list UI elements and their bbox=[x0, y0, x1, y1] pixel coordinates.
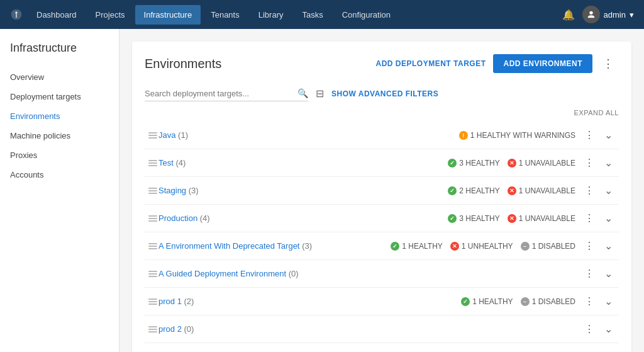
expand-all-button[interactable]: EXPAND ALL bbox=[574, 109, 619, 116]
env-count: (0) bbox=[289, 269, 299, 278]
status-label: 1 HEALTHY WITH WARNINGS bbox=[470, 131, 575, 140]
sidebar-item-environments[interactable]: Environments bbox=[0, 106, 119, 126]
nav-tasks[interactable]: Tasks bbox=[293, 5, 331, 25]
username-label: admin bbox=[604, 10, 626, 20]
add-environment-button[interactable]: ADD ENVIRONMENT bbox=[493, 54, 592, 73]
nav-projects[interactable]: Projects bbox=[87, 5, 134, 25]
row-expand-button[interactable]: ⌄ bbox=[601, 294, 616, 309]
env-link[interactable]: Java bbox=[158, 130, 175, 140]
row-kebab-button[interactable]: ⋮ bbox=[580, 183, 598, 198]
env-actions: ⋮ ⌄ bbox=[580, 294, 616, 309]
unavailable-dot-icon: ✕ bbox=[508, 159, 516, 167]
row-kebab-button[interactable]: ⋮ bbox=[580, 266, 598, 281]
table-row: prod 2 (0) ⋮ ⌄ bbox=[145, 315, 619, 343]
env-statuses: ! 1 HEALTHY WITH WARNINGS bbox=[459, 131, 575, 140]
env-count: (3) bbox=[302, 241, 312, 251]
drag-handle-icon[interactable] bbox=[147, 159, 158, 167]
card-kebab-menu-button[interactable]: ⋮ bbox=[597, 54, 619, 73]
env-name: Production (4) bbox=[158, 213, 448, 223]
row-expand-button[interactable]: ⌄ bbox=[601, 239, 616, 253]
env-actions: ⋮ ⌄ bbox=[580, 350, 616, 353]
row-expand-button[interactable]: ⌄ bbox=[601, 128, 616, 142]
sidebar-item-overview[interactable]: Overview bbox=[0, 67, 119, 87]
env-actions: ⋮ ⌄ bbox=[580, 128, 616, 142]
row-kebab-button[interactable]: ⋮ bbox=[580, 322, 598, 336]
status-badge-healthy: ✓ 3 HEALTHY bbox=[448, 159, 499, 167]
status-label: 1 UNHEALTHY bbox=[462, 242, 513, 251]
sidebar-item-proxies[interactable]: Proxies bbox=[0, 145, 119, 165]
nav-library[interactable]: Library bbox=[250, 5, 292, 25]
healthy-dot-icon: ✓ bbox=[448, 186, 457, 195]
sidebar-item-deployment-targets[interactable]: Deployment targets bbox=[0, 87, 119, 106]
user-menu[interactable]: admin ▾ bbox=[582, 6, 634, 23]
env-name: A Guided Deployment Environment (0) bbox=[158, 269, 575, 278]
env-link[interactable]: prod 1 bbox=[158, 297, 182, 306]
unhealthy-dot-icon: ✕ bbox=[450, 242, 459, 251]
status-badge-disabled: – 1 DISABLED bbox=[521, 297, 575, 306]
drag-handle-icon[interactable] bbox=[147, 242, 158, 251]
row-expand-button[interactable]: ⌄ bbox=[601, 183, 616, 198]
env-count: (3) bbox=[189, 186, 199, 195]
env-actions: ⋮ ⌄ bbox=[580, 156, 616, 170]
add-deployment-target-button[interactable]: ADD DEPLOYMENT TARGET bbox=[376, 59, 486, 68]
drag-handle-icon[interactable] bbox=[147, 325, 158, 334]
status-badge-unhealthy: ✕ 1 UNHEALTHY bbox=[450, 242, 513, 251]
status-badge-warning: ! 1 HEALTHY WITH WARNINGS bbox=[459, 131, 575, 140]
row-kebab-button[interactable]: ⋮ bbox=[580, 294, 598, 309]
env-count: (4) bbox=[200, 213, 210, 223]
main-content: Environments ADD DEPLOYMENT TARGET ADD E… bbox=[119, 29, 644, 352]
search-input[interactable] bbox=[145, 89, 297, 98]
status-badge-healthy: ✓ 3 HEALTHY bbox=[448, 214, 499, 223]
status-label: 1 DISABLED bbox=[532, 297, 575, 306]
status-badge-unavailable: ✕ 1 UNAVAILABLE bbox=[508, 159, 575, 167]
row-expand-button[interactable]: ⌄ bbox=[601, 211, 616, 225]
drag-handle-icon[interactable] bbox=[147, 214, 158, 223]
row-kebab-button[interactable]: ⋮ bbox=[580, 239, 598, 253]
row-expand-button[interactable]: ⌄ bbox=[601, 156, 616, 170]
unavailable-dot-icon: ✕ bbox=[508, 214, 516, 223]
status-badge-healthy: ✓ 2 HEALTHY bbox=[448, 186, 499, 195]
drag-handle-icon[interactable] bbox=[147, 270, 158, 278]
row-kebab-button[interactable]: ⋮ bbox=[580, 156, 598, 170]
status-label: 1 HEALTHY bbox=[472, 297, 513, 306]
env-link[interactable]: Staging bbox=[158, 186, 186, 195]
env-actions: ⋮ ⌄ bbox=[580, 322, 616, 336]
env-link[interactable]: A Environment With Deprecated Target bbox=[158, 241, 300, 251]
drag-handle-icon[interactable] bbox=[147, 131, 158, 140]
env-link[interactable]: prod 2 bbox=[158, 324, 182, 334]
status-label: 2 HEALTHY bbox=[459, 186, 499, 195]
healthy-dot-icon: ✓ bbox=[391, 242, 399, 251]
env-actions: ⋮ ⌄ bbox=[580, 211, 616, 225]
drag-handle-icon[interactable] bbox=[147, 186, 158, 195]
row-kebab-button[interactable]: ⋮ bbox=[580, 211, 598, 225]
status-badge-healthy: ✓ 1 HEALTHY bbox=[391, 242, 442, 251]
env-link[interactable]: A Guided Deployment Environment bbox=[158, 269, 286, 278]
row-kebab-button[interactable]: ⋮ bbox=[580, 128, 598, 142]
nav-configuration[interactable]: Configuration bbox=[333, 5, 399, 25]
row-kebab-button[interactable]: ⋮ bbox=[580, 350, 598, 353]
table-row: Production (4) ✓ 3 HEALTHY ✕ 1 UNAVAILAB… bbox=[145, 205, 619, 232]
env-link[interactable]: Test bbox=[158, 158, 174, 167]
env-link[interactable]: Production bbox=[158, 213, 197, 223]
notification-bell[interactable]: 🔔 bbox=[562, 9, 575, 21]
row-expand-button[interactable]: ⌄ bbox=[601, 350, 616, 353]
nav-dashboard[interactable]: Dashboard bbox=[28, 5, 86, 25]
nav-infrastructure[interactable]: Infrastructure bbox=[135, 5, 201, 25]
drag-handle-icon[interactable] bbox=[147, 297, 158, 306]
status-label: 1 HEALTHY bbox=[402, 242, 442, 251]
show-advanced-filters-button[interactable]: SHOW ADVANCED FILTERS bbox=[331, 89, 438, 98]
status-badge-unavailable: ✕ 1 UNAVAILABLE bbox=[508, 214, 575, 223]
sidebar: Infrastructure Overview Deployment targe… bbox=[0, 29, 119, 352]
healthy-dot-icon: ✓ bbox=[461, 297, 470, 306]
nav-tenants[interactable]: Tenants bbox=[202, 5, 248, 25]
search-bar: 🔍 ⊟ SHOW ADVANCED FILTERS bbox=[145, 86, 619, 101]
row-expand-button[interactable]: ⌄ bbox=[601, 266, 616, 281]
row-expand-button[interactable]: ⌄ bbox=[601, 322, 616, 336]
filter-icon[interactable]: ⊟ bbox=[316, 88, 324, 99]
env-count: (2) bbox=[184, 297, 194, 306]
table-row: prod 1 (2) ✓ 1 HEALTHY – 1 DISABLED bbox=[145, 288, 619, 315]
status-badge-unavailable: ✕ 1 UNAVAILABLE bbox=[508, 186, 575, 195]
sidebar-item-accounts[interactable]: Accounts bbox=[0, 165, 119, 185]
sidebar-item-machine-policies[interactable]: Machine policies bbox=[0, 126, 119, 145]
env-statuses: ✓ 2 HEALTHY ✕ 1 UNAVAILABLE bbox=[448, 186, 575, 195]
